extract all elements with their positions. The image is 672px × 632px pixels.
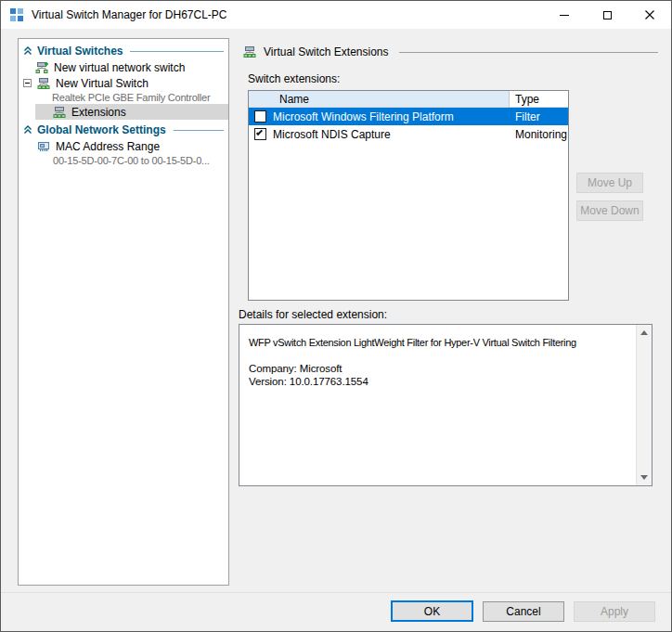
close-icon: [644, 9, 655, 20]
sidebar-item-new-virtual-switch[interactable]: New Virtual Switch: [19, 75, 228, 91]
column-header-name[interactable]: Name: [249, 91, 510, 108]
details-box: WFP vSwitch Extension LightWeight Filter…: [239, 324, 653, 486]
ok-button[interactable]: OK: [391, 600, 473, 622]
sidebar-item-label: Extensions: [71, 106, 126, 119]
virtual-switch-icon: [52, 105, 67, 120]
extension-company: Company: Microsoft: [249, 362, 632, 375]
sidebar-item-new-virtual-network-switch[interactable]: New virtual network switch: [19, 59, 228, 75]
column-header-type[interactable]: Type: [510, 91, 568, 108]
table-row[interactable]: Microsoft NDIS Capture Monitoring: [249, 125, 568, 143]
main-header-title: Virtual Switch Extensions: [264, 45, 389, 58]
cancel-button[interactable]: Cancel: [483, 601, 564, 622]
section-virtual-switches[interactable]: Virtual Switches: [19, 43, 228, 59]
move-up-button[interactable]: Move Up: [576, 173, 643, 193]
table-row[interactable]: Microsoft Windows Filtering Platform Fil…: [249, 108, 568, 125]
move-down-button[interactable]: Move Down: [576, 200, 643, 221]
sidebar: Virtual Switches New virtual network swi…: [18, 38, 229, 586]
section-rule: [174, 130, 224, 131]
extension-version: Version: 10.0.17763.1554: [249, 375, 632, 388]
details-scrollbar[interactable]: [636, 325, 652, 485]
details-content: WFP vSwitch Extension LightWeight Filter…: [239, 325, 636, 485]
maximize-icon: [603, 11, 612, 19]
arrow-up-icon: [640, 330, 648, 335]
close-button[interactable]: [628, 1, 671, 29]
sidebar-item-label: New Virtual Switch: [56, 77, 149, 90]
collapse-chevrons-icon: [23, 125, 32, 135]
sidebar-item-extensions[interactable]: Extensions: [35, 104, 228, 120]
virtual-switch-manager-window: Virtual Switch Manager for DH67CL-PC Vir…: [0, 0, 672, 632]
scroll-down-button[interactable]: [637, 470, 652, 485]
footer-separator: [1, 592, 671, 593]
virtual-switch-add-icon: [34, 60, 49, 75]
details-label: Details for selected extension:: [239, 308, 387, 321]
section-label: Virtual Switches: [37, 45, 123, 58]
table-cell-name: Microsoft NDIS Capture: [249, 128, 510, 141]
extension-name: Microsoft NDIS Capture: [273, 128, 391, 141]
sidebar-item-label: New virtual network switch: [54, 61, 185, 74]
extension-type: Filter: [510, 110, 568, 123]
check-icon: [256, 129, 263, 135]
sidebar-item-label: MAC Address Range: [56, 140, 160, 153]
minimize-button[interactable]: [543, 1, 586, 29]
apply-button[interactable]: Apply: [574, 601, 655, 622]
maximize-button[interactable]: [586, 1, 628, 29]
extension-name: Microsoft Windows Filtering Platform: [273, 110, 454, 123]
sidebar-item-mac-address-range[interactable]: MAC Address Range: [19, 138, 228, 154]
section-rule: [130, 51, 224, 52]
collapse-chevrons-icon: [23, 46, 32, 56]
scroll-up-button[interactable]: [637, 325, 652, 341]
checkbox-unchecked[interactable]: [254, 110, 266, 123]
arrow-down-icon: [640, 475, 648, 480]
extensions-table: Name Type Microsoft Windows Filtering Pl…: [248, 90, 569, 301]
extension-type: Monitoring: [510, 128, 568, 141]
sidebar-item-sublabel[interactable]: Realtek PCIe GBE Family Controller: [19, 91, 228, 104]
titlebar: Virtual Switch Manager for DH67CL-PC: [1, 1, 671, 29]
mac-chip-icon: [36, 139, 51, 154]
checkbox-checked[interactable]: [254, 128, 266, 140]
window-controls: [543, 1, 671, 29]
extension-description: WFP vSwitch Extension LightWeight Filter…: [249, 336, 632, 349]
switch-extensions-label: Switch extensions:: [248, 72, 340, 85]
sidebar-item-sublabel[interactable]: 00-15-5D-00-7C-00 to 00-15-5D-0...: [19, 154, 228, 167]
window-title: Virtual Switch Manager for DH67CL-PC: [32, 8, 227, 21]
app-icon: [9, 7, 24, 22]
minimize-icon: [560, 15, 569, 16]
table-cell-name: Microsoft Windows Filtering Platform: [249, 110, 510, 123]
table-header-row: Name Type: [249, 91, 568, 108]
section-global-network-settings[interactable]: Global Network Settings: [19, 122, 228, 138]
header-rule: [399, 52, 658, 53]
virtual-switch-icon: [242, 45, 257, 59]
virtual-switch-icon: [36, 76, 51, 91]
expander-minus-icon[interactable]: [23, 79, 32, 87]
section-label: Global Network Settings: [37, 123, 166, 136]
main-panel-header: Virtual Switch Extensions: [242, 44, 658, 60]
